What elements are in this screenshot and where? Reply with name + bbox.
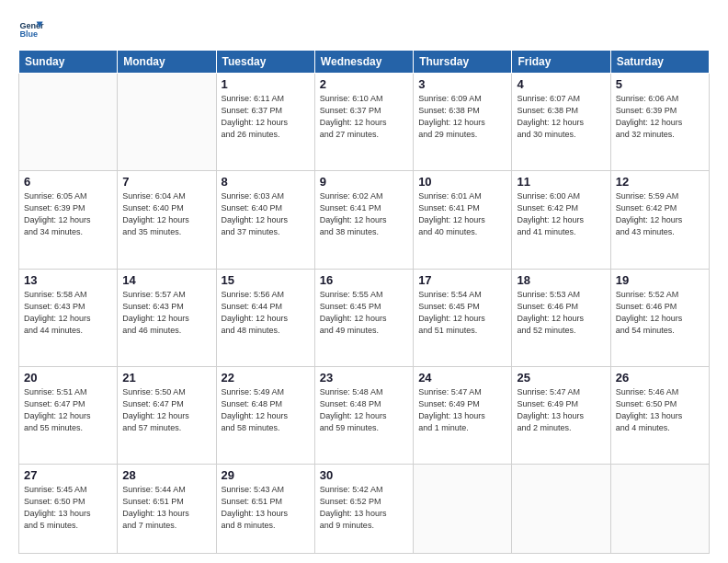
day-number: 30 <box>320 468 408 482</box>
weekday-monday: Monday <box>118 51 216 74</box>
weekday-tuesday: Tuesday <box>216 51 314 74</box>
day-info: Sunrise: 5:53 AM Sunset: 6:46 PM Dayligh… <box>517 289 605 337</box>
weekday-thursday: Thursday <box>414 51 512 74</box>
day-number: 6 <box>24 175 112 189</box>
calendar-cell: 13Sunrise: 5:58 AM Sunset: 6:43 PM Dayli… <box>19 269 118 366</box>
calendar-cell: 19Sunrise: 5:52 AM Sunset: 6:46 PM Dayli… <box>610 269 709 366</box>
calendar-cell: 15Sunrise: 5:56 AM Sunset: 6:44 PM Dayli… <box>216 269 314 366</box>
calendar-cell: 12Sunrise: 5:59 AM Sunset: 6:42 PM Dayli… <box>610 171 709 269</box>
calendar-cell: 20Sunrise: 5:51 AM Sunset: 6:47 PM Dayli… <box>19 366 118 464</box>
calendar-cell: 18Sunrise: 5:53 AM Sunset: 6:46 PM Dayli… <box>512 269 610 366</box>
day-number: 14 <box>122 273 210 287</box>
day-number: 18 <box>517 273 605 287</box>
day-info: Sunrise: 5:46 AM Sunset: 6:50 PM Dayligh… <box>616 386 704 434</box>
calendar-cell: 11Sunrise: 6:00 AM Sunset: 6:42 PM Dayli… <box>512 171 610 269</box>
day-number: 22 <box>222 371 310 385</box>
calendar-cell: 30Sunrise: 5:42 AM Sunset: 6:52 PM Dayli… <box>314 465 413 554</box>
svg-text:Blue: Blue <box>19 29 38 39</box>
day-number: 2 <box>320 77 408 91</box>
week-row-3: 13Sunrise: 5:58 AM Sunset: 6:43 PM Dayli… <box>19 269 710 366</box>
day-info: Sunrise: 5:54 AM Sunset: 6:45 PM Dayligh… <box>418 289 506 337</box>
day-number: 13 <box>24 273 112 287</box>
day-info: Sunrise: 6:01 AM Sunset: 6:41 PM Dayligh… <box>418 190 506 238</box>
weekday-friday: Friday <box>512 51 610 74</box>
day-number: 20 <box>24 371 112 385</box>
header: General Blue <box>18 17 710 42</box>
calendar-cell: 28Sunrise: 5:44 AM Sunset: 6:51 PM Dayli… <box>118 465 216 554</box>
day-number: 8 <box>222 175 310 189</box>
day-number: 1 <box>222 77 310 91</box>
calendar-cell: 5Sunrise: 6:06 AM Sunset: 6:39 PM Daylig… <box>610 74 709 171</box>
weekday-sunday: Sunday <box>19 51 118 74</box>
calendar-cell: 2Sunrise: 6:10 AM Sunset: 6:37 PM Daylig… <box>314 74 413 171</box>
day-info: Sunrise: 5:43 AM Sunset: 6:51 PM Dayligh… <box>222 484 310 532</box>
day-info: Sunrise: 6:04 AM Sunset: 6:40 PM Dayligh… <box>122 190 210 238</box>
day-info: Sunrise: 6:00 AM Sunset: 6:42 PM Dayligh… <box>517 190 605 238</box>
week-row-4: 20Sunrise: 5:51 AM Sunset: 6:47 PM Dayli… <box>19 366 710 464</box>
calendar-cell: 7Sunrise: 6:04 AM Sunset: 6:40 PM Daylig… <box>118 171 216 269</box>
day-number: 26 <box>616 371 704 385</box>
day-number: 4 <box>517 77 605 91</box>
calendar-cell: 1Sunrise: 6:11 AM Sunset: 6:37 PM Daylig… <box>216 74 314 171</box>
day-info: Sunrise: 5:50 AM Sunset: 6:47 PM Dayligh… <box>122 386 210 434</box>
day-number: 23 <box>320 371 408 385</box>
logo: General Blue <box>18 17 44 42</box>
day-number: 21 <box>122 371 210 385</box>
calendar-cell: 26Sunrise: 5:46 AM Sunset: 6:50 PM Dayli… <box>610 366 709 464</box>
day-number: 28 <box>122 468 210 482</box>
day-info: Sunrise: 6:09 AM Sunset: 6:38 PM Dayligh… <box>418 93 506 141</box>
day-number: 19 <box>616 273 704 287</box>
calendar-cell <box>512 465 610 554</box>
day-number: 24 <box>418 371 506 385</box>
calendar-cell: 17Sunrise: 5:54 AM Sunset: 6:45 PM Dayli… <box>414 269 512 366</box>
calendar-cell: 6Sunrise: 6:05 AM Sunset: 6:39 PM Daylig… <box>19 171 118 269</box>
weekday-saturday: Saturday <box>610 51 709 74</box>
calendar-cell: 4Sunrise: 6:07 AM Sunset: 6:38 PM Daylig… <box>512 74 610 171</box>
day-number: 9 <box>320 175 408 189</box>
weekday-header-row: SundayMondayTuesdayWednesdayThursdayFrid… <box>19 51 710 74</box>
day-number: 29 <box>222 468 310 482</box>
week-row-2: 6Sunrise: 6:05 AM Sunset: 6:39 PM Daylig… <box>19 171 710 269</box>
day-info: Sunrise: 5:58 AM Sunset: 6:43 PM Dayligh… <box>24 289 112 337</box>
day-number: 17 <box>418 273 506 287</box>
week-row-5: 27Sunrise: 5:45 AM Sunset: 6:50 PM Dayli… <box>19 465 710 554</box>
day-info: Sunrise: 6:11 AM Sunset: 6:37 PM Dayligh… <box>222 93 310 141</box>
calendar-cell: 8Sunrise: 6:03 AM Sunset: 6:40 PM Daylig… <box>216 171 314 269</box>
day-info: Sunrise: 5:52 AM Sunset: 6:46 PM Dayligh… <box>616 289 704 337</box>
calendar-cell: 3Sunrise: 6:09 AM Sunset: 6:38 PM Daylig… <box>414 74 512 171</box>
week-row-1: 1Sunrise: 6:11 AM Sunset: 6:37 PM Daylig… <box>19 74 710 171</box>
day-number: 27 <box>24 468 112 482</box>
day-info: Sunrise: 5:55 AM Sunset: 6:45 PM Dayligh… <box>320 289 408 337</box>
logo-icon: General Blue <box>18 17 44 42</box>
day-info: Sunrise: 5:47 AM Sunset: 6:49 PM Dayligh… <box>418 386 506 434</box>
day-number: 11 <box>517 175 605 189</box>
day-number: 25 <box>517 371 605 385</box>
day-info: Sunrise: 6:03 AM Sunset: 6:40 PM Dayligh… <box>222 190 310 238</box>
calendar-body: 1Sunrise: 6:11 AM Sunset: 6:37 PM Daylig… <box>19 74 710 554</box>
calendar-page: General Blue SundayMondayTuesdayWednesda… <box>0 0 728 563</box>
calendar-cell: 21Sunrise: 5:50 AM Sunset: 6:47 PM Dayli… <box>118 366 216 464</box>
day-info: Sunrise: 5:56 AM Sunset: 6:44 PM Dayligh… <box>222 289 310 337</box>
day-info: Sunrise: 5:44 AM Sunset: 6:51 PM Dayligh… <box>122 484 210 532</box>
calendar-cell: 27Sunrise: 5:45 AM Sunset: 6:50 PM Dayli… <box>19 465 118 554</box>
calendar-cell: 23Sunrise: 5:48 AM Sunset: 6:48 PM Dayli… <box>314 366 413 464</box>
day-info: Sunrise: 6:10 AM Sunset: 6:37 PM Dayligh… <box>320 93 408 141</box>
day-info: Sunrise: 6:02 AM Sunset: 6:41 PM Dayligh… <box>320 190 408 238</box>
calendar-cell <box>118 74 216 171</box>
calendar-cell: 24Sunrise: 5:47 AM Sunset: 6:49 PM Dayli… <box>414 366 512 464</box>
day-number: 5 <box>616 77 704 91</box>
day-number: 7 <box>122 175 210 189</box>
day-info: Sunrise: 5:42 AM Sunset: 6:52 PM Dayligh… <box>320 484 408 532</box>
calendar-cell <box>414 465 512 554</box>
calendar-cell: 16Sunrise: 5:55 AM Sunset: 6:45 PM Dayli… <box>314 269 413 366</box>
day-number: 10 <box>418 175 506 189</box>
calendar-cell: 22Sunrise: 5:49 AM Sunset: 6:48 PM Dayli… <box>216 366 314 464</box>
calendar-cell: 29Sunrise: 5:43 AM Sunset: 6:51 PM Dayli… <box>216 465 314 554</box>
calendar-cell: 14Sunrise: 5:57 AM Sunset: 6:43 PM Dayli… <box>118 269 216 366</box>
calendar-cell <box>610 465 709 554</box>
day-info: Sunrise: 5:45 AM Sunset: 6:50 PM Dayligh… <box>24 484 112 532</box>
calendar-cell: 9Sunrise: 6:02 AM Sunset: 6:41 PM Daylig… <box>314 171 413 269</box>
calendar-cell <box>19 74 118 171</box>
day-info: Sunrise: 5:48 AM Sunset: 6:48 PM Dayligh… <box>320 386 408 434</box>
calendar-cell: 25Sunrise: 5:47 AM Sunset: 6:49 PM Dayli… <box>512 366 610 464</box>
